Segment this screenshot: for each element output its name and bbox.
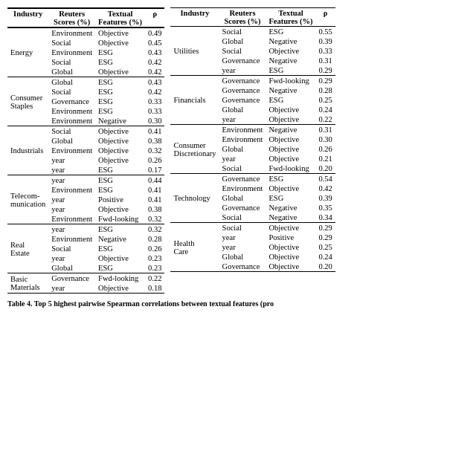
right-textual-feature: Objective (266, 154, 315, 163)
right-rho-value: 0.24 (315, 252, 335, 262)
right-rho-value: 0.28 (315, 85, 335, 95)
left-textual-feature: Negative (95, 234, 145, 244)
left-rho-value: 0.33 (145, 97, 164, 106)
right-reuters-score: Environment (219, 134, 266, 144)
right-rho-value: 0.22 (315, 114, 335, 125)
tables-container: Industry ReutersScores (%) TextualFeatur… (7, 7, 469, 294)
right-textual-feature: ESG (266, 193, 315, 203)
right-rho-value: 0.25 (315, 242, 335, 252)
right-textual-feature: Objective (266, 144, 315, 154)
left-rho-value: 0.23 (145, 263, 164, 273)
left-reuters-score: year (48, 283, 95, 294)
left-reuters-score: year (48, 165, 95, 175)
right-rho-value: 0.20 (315, 262, 335, 272)
right-reuters-score: year (219, 154, 266, 163)
left-textual-feature: Positive (95, 195, 145, 204)
left-rho-value: 0.26 (145, 244, 164, 253)
right-rho-value: 0.31 (315, 56, 335, 65)
right-industry-label: HealthCare (170, 223, 219, 272)
right-reuters-score: Governance (219, 56, 266, 65)
left-textual-feature: ESG (95, 185, 145, 195)
right-textual-feature: Fwd-looking (266, 76, 315, 86)
right-reuters-score: Governance (219, 203, 266, 213)
right-reuters-score: Global (219, 193, 266, 203)
left-rho-value: 0.22 (145, 273, 164, 284)
left-rho-value: 0.32 (145, 146, 164, 155)
right-textual-feature: Objective (266, 105, 315, 114)
left-rho-value: 0.43 (145, 77, 164, 88)
right-textual-feature: ESG (266, 65, 315, 76)
left-reuters-score: Global (48, 263, 95, 273)
right-textual-feature: ESG (266, 174, 315, 184)
left-reuters-score: Environment (48, 106, 95, 116)
left-textual-feature: Objective (95, 146, 145, 155)
right-industry-label: ConsumerDiscretionary (170, 125, 219, 174)
right-rho-value: 0.29 (315, 223, 335, 233)
right-reuters-score: Global (219, 144, 266, 154)
left-col-textual: TextualFeatures (%) (95, 8, 145, 27)
right-textual-feature: Objective (266, 262, 315, 272)
right-reuters-score: Global (219, 252, 266, 262)
right-textual-feature: ESG (266, 27, 315, 37)
right-reuters-score: Governance (219, 262, 266, 272)
left-textual-feature: ESG (95, 106, 145, 116)
left-textual-feature: ESG (95, 244, 145, 253)
right-textual-feature: Objective (266, 242, 315, 252)
right-textual-feature: Objective (266, 223, 315, 233)
left-textual-feature: Fwd-looking (95, 273, 145, 284)
right-rho-value: 0.34 (315, 213, 335, 223)
left-table: Industry ReutersScores (%) TextualFeatur… (7, 7, 164, 294)
right-reuters-score: Governance (219, 76, 266, 86)
left-reuters-score: Environment (48, 146, 95, 155)
right-rho-value: 0.29 (315, 65, 335, 76)
left-table-wrapper: Industry ReutersScores (%) TextualFeatur… (7, 7, 164, 294)
left-reuters-score: Social (48, 244, 95, 253)
left-rho-value: 0.42 (145, 67, 164, 77)
left-reuters-score: Global (48, 67, 95, 77)
right-industry-label: Technology (170, 174, 219, 223)
left-reuters-score: Governance (48, 273, 95, 284)
right-rho-value: 0.24 (315, 105, 335, 114)
left-reuters-score: Social (48, 38, 95, 48)
right-reuters-score: year (219, 233, 266, 242)
left-reuters-score: Social (48, 57, 95, 67)
right-reuters-score: Social (219, 223, 266, 233)
left-reuters-score: Environment (48, 116, 95, 126)
right-reuters-score: Global (219, 105, 266, 114)
left-reuters-score: year (48, 204, 95, 214)
left-industry-label: RealEstate (7, 224, 48, 273)
right-rho-value: 0.33 (315, 46, 335, 56)
left-reuters-score: Environment (48, 234, 95, 244)
left-reuters-score: Global (48, 136, 95, 146)
left-industry-label: Industrials (7, 126, 48, 175)
right-reuters-score: Environment (219, 184, 266, 193)
table-caption: Table 4. Top 5 highest pairwise Spearman… (7, 299, 469, 308)
left-reuters-score: Environment (48, 27, 95, 38)
right-textual-feature: Negative (266, 213, 315, 223)
left-col-industry: Industry (7, 8, 48, 27)
right-rho-value: 0.54 (315, 174, 335, 184)
left-textual-feature: Negative (95, 116, 145, 126)
right-textual-feature: Fwd-looking (266, 163, 315, 174)
left-industry-label: ConsumerStaples (7, 77, 48, 126)
left-textual-feature: ESG (95, 97, 145, 106)
right-rho-value: 0.29 (315, 76, 335, 86)
left-rho-value: 0.17 (145, 165, 164, 175)
left-industry-label: Telecom-munication (7, 175, 48, 224)
left-rho-value: 0.23 (145, 253, 164, 263)
left-textual-feature: Fwd-looking (95, 214, 145, 224)
left-textual-feature: ESG (95, 175, 145, 186)
left-reuters-score: Environment (48, 48, 95, 57)
left-reuters-score: Environment (48, 214, 95, 224)
right-textual-feature: Objective (266, 252, 315, 262)
left-rho-value: 0.49 (145, 27, 164, 38)
left-reuters-score: Social (48, 87, 95, 97)
right-rho-value: 0.39 (315, 36, 335, 46)
right-reuters-score: Environment (219, 125, 266, 135)
left-col-rho: ρ (145, 8, 164, 27)
left-industry-label: BasicMaterials (7, 273, 48, 294)
left-reuters-score: year (48, 253, 95, 263)
left-textual-feature: Objective (95, 38, 145, 48)
left-rho-value: 0.38 (145, 204, 164, 214)
left-textual-feature: ESG (95, 87, 145, 97)
